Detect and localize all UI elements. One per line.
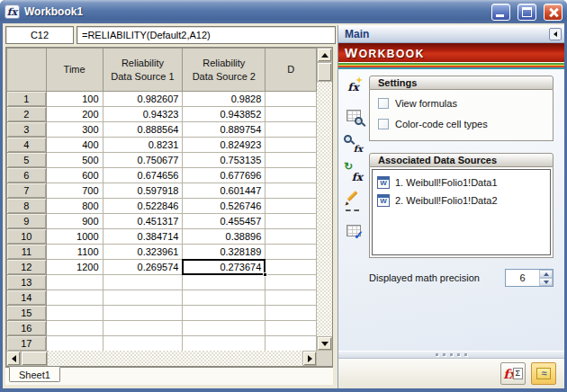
- row-header[interactable]: 16: [7, 321, 47, 336]
- cell[interactable]: [266, 138, 317, 153]
- row-header[interactable]: 12: [7, 260, 47, 275]
- cell[interactable]: [46, 306, 103, 321]
- cell[interactable]: [266, 321, 317, 336]
- cell[interactable]: [103, 275, 183, 290]
- cell[interactable]: [103, 306, 183, 321]
- scroll-down-button[interactable]: [317, 336, 332, 351]
- cell[interactable]: 0.677696: [183, 168, 266, 183]
- close-button[interactable]: [544, 4, 562, 21]
- minimize-button[interactable]: [491, 4, 510, 21]
- cell[interactable]: [266, 336, 317, 352]
- cell[interactable]: 0.269574: [103, 260, 183, 275]
- scroll-left-button[interactable]: [6, 351, 21, 366]
- validate-sheet-icon[interactable]: ✓: [342, 220, 364, 241]
- view-formulas-option[interactable]: View formulas: [378, 98, 547, 109]
- cell[interactable]: 0.451317: [103, 214, 183, 229]
- cell[interactable]: 0.889754: [183, 122, 266, 138]
- zoom-worksheet-icon[interactable]: [342, 105, 364, 126]
- row-header[interactable]: 14: [7, 290, 47, 306]
- column-header-d[interactable]: D: [266, 49, 317, 92]
- cell[interactable]: 0.526746: [183, 199, 266, 214]
- cell[interactable]: 0.888564: [103, 122, 183, 138]
- row-header[interactable]: 9: [7, 214, 47, 229]
- precision-value[interactable]: 6: [506, 270, 539, 286]
- cell[interactable]: 0.94323: [103, 107, 183, 122]
- cell[interactable]: 0.522846: [103, 199, 183, 214]
- vertical-scrollbar[interactable]: [317, 48, 332, 351]
- spin-up-button[interactable]: [539, 270, 553, 278]
- vertical-scroll-track[interactable]: [317, 82, 332, 336]
- list-item[interactable]: W 2. Weibull!Folio1!Data2: [375, 192, 547, 209]
- cell[interactable]: 0.384714: [103, 229, 183, 245]
- column-header-rds1[interactable]: ReliabilityData Source 1: [103, 49, 183, 92]
- formula-input[interactable]: =RELIABILITY(Default2,A12): [76, 26, 336, 44]
- corner-header[interactable]: [7, 49, 47, 92]
- cell[interactable]: 1200: [46, 260, 103, 275]
- row-header[interactable]: 17: [7, 336, 47, 352]
- cell[interactable]: 0.9828: [183, 92, 266, 107]
- cell[interactable]: [103, 336, 183, 352]
- cell[interactable]: [103, 321, 183, 336]
- row-header[interactable]: 3: [7, 122, 47, 138]
- cell[interactable]: 800: [46, 199, 103, 214]
- cell[interactable]: 700: [46, 183, 103, 199]
- color-code-checkbox[interactable]: [378, 119, 389, 129]
- cell[interactable]: [46, 336, 103, 352]
- scroll-right-button[interactable]: [302, 351, 317, 366]
- scroll-up-button[interactable]: [317, 48, 332, 62]
- cell[interactable]: [183, 306, 266, 321]
- cell[interactable]: [266, 199, 317, 214]
- row-header[interactable]: 1: [7, 92, 47, 107]
- precision-spinner[interactable]: 6: [505, 269, 554, 287]
- cell[interactable]: [266, 107, 317, 122]
- horizontal-scroll-track[interactable]: [48, 351, 302, 366]
- cell[interactable]: 300: [46, 122, 103, 138]
- cell[interactable]: 400: [46, 138, 103, 153]
- cell[interactable]: [266, 306, 317, 321]
- find-function-icon[interactable]: fx: [342, 134, 364, 155]
- cell[interactable]: 0.943852: [183, 107, 266, 122]
- selected-cell-c12[interactable]: 0.273674: [183, 260, 266, 275]
- cell[interactable]: [266, 214, 317, 229]
- cell[interactable]: 0.455457: [183, 214, 266, 229]
- cell[interactable]: 0.8231: [103, 138, 183, 153]
- cell[interactable]: 500: [46, 153, 103, 168]
- cell[interactable]: [266, 153, 317, 168]
- cell[interactable]: 0.597918: [103, 183, 183, 199]
- cell[interactable]: [103, 290, 183, 306]
- cell[interactable]: 0.982607: [103, 92, 183, 107]
- cell[interactable]: [46, 321, 103, 336]
- cell[interactable]: 0.38896: [183, 229, 266, 245]
- cell[interactable]: 200: [46, 107, 103, 122]
- cell[interactable]: 900: [46, 214, 103, 229]
- cell[interactable]: 0.323961: [103, 245, 183, 260]
- column-header-rds2[interactable]: ReliabilityData Source 2: [183, 49, 266, 92]
- cell[interactable]: 0.674656: [103, 168, 183, 183]
- cell[interactable]: [266, 275, 317, 290]
- vertical-scroll-thumb[interactable]: [317, 62, 332, 82]
- row-header[interactable]: 13: [7, 275, 47, 290]
- horizontal-scrollbar[interactable]: [6, 351, 332, 366]
- fill-handle[interactable]: [263, 272, 267, 277]
- horizontal-scroll-thumb[interactable]: [21, 351, 48, 366]
- row-header[interactable]: 7: [7, 183, 47, 199]
- row-header[interactable]: 15: [7, 306, 47, 321]
- cell[interactable]: [266, 168, 317, 183]
- cell[interactable]: [266, 229, 317, 245]
- cell[interactable]: 0.328189: [183, 245, 266, 260]
- view-formulas-checkbox[interactable]: [378, 98, 389, 109]
- notes-button[interactable]: ≈: [531, 362, 556, 385]
- cell[interactable]: [46, 290, 103, 306]
- row-header[interactable]: 8: [7, 199, 47, 214]
- cell[interactable]: [46, 275, 103, 290]
- color-code-option[interactable]: Color-code cell types: [378, 119, 547, 129]
- cell[interactable]: [266, 260, 317, 275]
- cell[interactable]: [266, 122, 317, 138]
- cell[interactable]: 0.601447: [183, 183, 266, 199]
- row-header[interactable]: 10: [7, 229, 47, 245]
- row-header[interactable]: 4: [7, 138, 47, 153]
- cell[interactable]: [183, 275, 266, 290]
- cell[interactable]: 0.824923: [183, 138, 266, 153]
- data-sources-list[interactable]: W 1. Weibull!Folio1!Data1 W 2. Weibull!F…: [372, 169, 551, 255]
- cell[interactable]: [183, 321, 266, 336]
